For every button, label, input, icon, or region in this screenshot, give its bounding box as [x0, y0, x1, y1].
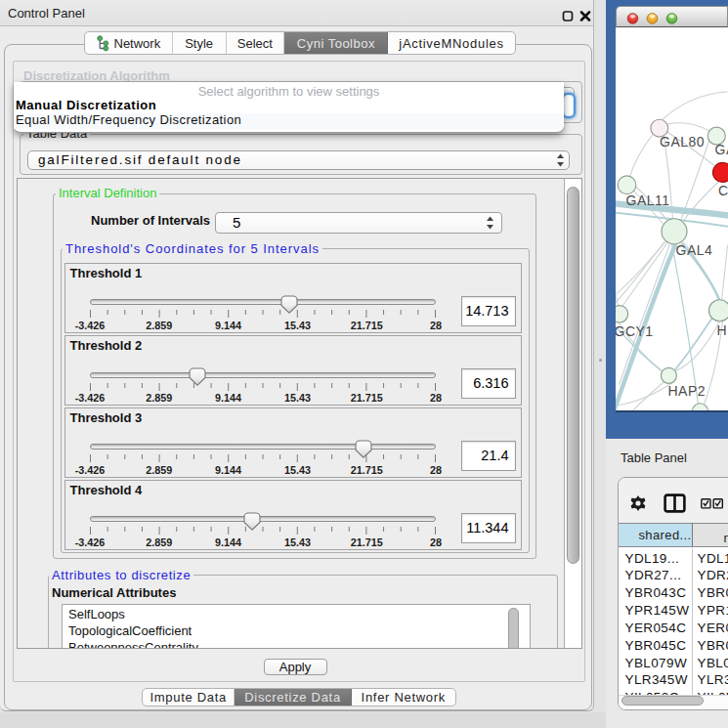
svg-text:GAL11: GAL11	[626, 192, 670, 207]
svg-text:GA: GA	[715, 141, 728, 156]
svg-text:H: H	[717, 322, 728, 338]
svg-text:GCY1: GCY1	[616, 322, 654, 338]
svg-text:HAP2: HAP2	[668, 382, 707, 398]
svg-text:GAL80: GAL80	[660, 133, 705, 149]
svg-text:C: C	[718, 183, 728, 198]
svg-text:GAL4: GAL4	[676, 241, 713, 257]
